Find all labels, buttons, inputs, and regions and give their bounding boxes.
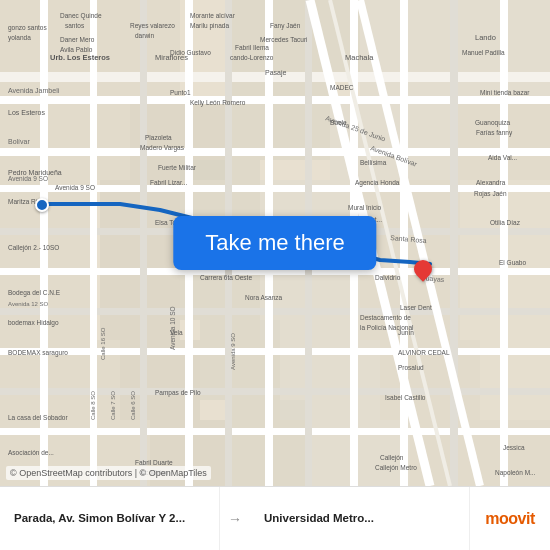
svg-text:Fuerte Militar: Fuerte Militar (158, 164, 197, 171)
bottom-bar: Parada, Av. Simon Bolívar Y 2... → Unive… (0, 486, 550, 550)
svg-text:gonzo santos: gonzo santos (8, 24, 47, 32)
svg-text:Carrera 6ta Oeste: Carrera 6ta Oeste (200, 274, 252, 281)
svg-text:Callejón 2.- 10SO: Callejón 2.- 10SO (8, 244, 59, 252)
arrow-icon: → (228, 511, 242, 527)
svg-text:La casa del Sobador: La casa del Sobador (8, 414, 68, 421)
svg-text:Asociación de...: Asociación de... (8, 449, 54, 456)
svg-text:Junín: Junín (398, 329, 414, 336)
svg-text:Los Esteros: Los Esteros (8, 109, 45, 116)
svg-text:Buele: Buele (330, 119, 347, 126)
svg-text:Agencia Honda: Agencia Honda (355, 179, 400, 187)
svg-text:MADEC: MADEC (330, 84, 354, 91)
svg-text:Reyes valarezo: Reyes valarezo (130, 22, 175, 30)
svg-text:Didio Gustavo: Didio Gustavo (170, 49, 211, 56)
svg-text:santos: santos (65, 22, 85, 29)
svg-rect-44 (140, 0, 147, 486)
svg-rect-33 (0, 96, 550, 104)
svg-text:Callejón Metro: Callejón Metro (375, 464, 417, 472)
svg-text:Farías fanny: Farías fanny (476, 129, 513, 137)
svg-text:Avenida 9 SO: Avenida 9 SO (8, 175, 48, 182)
svg-text:Nora Asanza: Nora Asanza (245, 294, 283, 301)
svg-text:Guanoquiza: Guanoquiza (475, 119, 510, 127)
svg-text:Machala: Machala (345, 53, 374, 62)
svg-text:Calle 16 SO: Calle 16 SO (100, 327, 106, 360)
take-me-there-button[interactable]: Take me there (173, 216, 376, 270)
svg-text:Avila Pablo: Avila Pablo (60, 46, 93, 53)
to-stop-label: Universidad Metro... (264, 511, 455, 526)
svg-text:Morante alcívar: Morante alcívar (190, 12, 236, 19)
svg-text:Lando: Lando (475, 33, 496, 42)
svg-text:Dalvidrio: Dalvidrio (375, 274, 401, 281)
svg-text:Daner Mero: Daner Mero (60, 36, 95, 43)
svg-text:Alexandra: Alexandra (476, 179, 506, 186)
svg-text:Napoleón M...: Napoleón M... (495, 469, 536, 477)
svg-text:Urb. Los Esteros: Urb. Los Esteros (50, 53, 110, 62)
svg-text:Bellísima: Bellísima (360, 159, 387, 166)
origin-marker (35, 198, 49, 212)
svg-text:Fany Jaén: Fany Jaén (270, 22, 301, 30)
svg-text:Fabril Ilema: Fabril Ilema (235, 44, 269, 51)
svg-text:Manuel Padilla: Manuel Padilla (462, 49, 505, 56)
svg-text:El Guabo: El Guabo (499, 259, 526, 266)
svg-text:Fabril Duarte: Fabril Duarte (135, 459, 173, 466)
svg-rect-52 (500, 0, 508, 486)
map-attribution: © OpenStreetMap contributors | © OpenMap… (6, 466, 211, 480)
svg-text:Avenida 9 SO: Avenida 9 SO (230, 333, 236, 370)
svg-text:Laser Dent: Laser Dent (400, 304, 432, 311)
svg-text:Calle 8 SO: Calle 8 SO (90, 391, 96, 420)
svg-text:Marilu pinada: Marilu pinada (190, 22, 229, 30)
svg-text:cando-Lorenzo: cando-Lorenzo (230, 54, 274, 61)
svg-text:Kelly León Romero: Kelly León Romero (190, 99, 246, 107)
svg-text:Plazoleta: Plazoleta (145, 134, 172, 141)
svg-text:Calle 7 SO: Calle 7 SO (110, 391, 116, 420)
svg-text:Bolívar: Bolívar (8, 138, 30, 145)
svg-text:ALVINOR CEDAL: ALVINOR CEDAL (398, 349, 450, 356)
svg-text:Rojas Jaén: Rojas Jaén (474, 190, 507, 198)
app-container: Avenida Jambeli Bolívar Avenida 9 SO Ave… (0, 0, 550, 550)
moovit-logo: moovit (485, 510, 534, 528)
svg-rect-38 (0, 308, 550, 315)
svg-text:Otilia Díaz: Otilia Díaz (490, 219, 521, 226)
svg-rect-39 (0, 348, 550, 355)
svg-text:Avenida 12 SO: Avenida 12 SO (8, 301, 49, 307)
svg-rect-50 (400, 0, 408, 486)
svg-text:Danec Quinde: Danec Quinde (60, 12, 102, 20)
from-stop-label: Parada, Av. Simon Bolívar Y 2... (14, 511, 205, 526)
svg-text:bodemax Hidalgo: bodemax Hidalgo (8, 319, 59, 327)
svg-rect-34 (0, 148, 550, 156)
svg-text:Prosalud: Prosalud (398, 364, 424, 371)
svg-rect-51 (450, 0, 458, 486)
svg-text:Isabel Castillo: Isabel Castillo (385, 394, 426, 401)
svg-text:Mini tienda bazar: Mini tienda bazar (480, 89, 530, 96)
svg-text:yolanda: yolanda (8, 34, 31, 42)
svg-text:Mercedes Tacuri: Mercedes Tacuri (260, 36, 308, 43)
to-stop: Universidad Metro... (250, 487, 470, 550)
svg-text:Pedro Maridueña: Pedro Maridueña (8, 169, 62, 176)
svg-text:Destacamento de: Destacamento de (360, 314, 411, 321)
svg-text:Bodega del C.N.E: Bodega del C.N.E (8, 289, 61, 297)
moovit-logo-area: moovit (470, 487, 550, 550)
from-stop: Parada, Av. Simon Bolívar Y 2... (0, 487, 220, 550)
svg-text:Callejón: Callejón (380, 454, 404, 462)
svg-text:Fabril Lizar...: Fabril Lizar... (150, 179, 187, 186)
map-area: Avenida Jambeli Bolívar Avenida 9 SO Ave… (0, 0, 550, 486)
svg-text:Calle 6 SO: Calle 6 SO (130, 391, 136, 420)
svg-text:Punto1: Punto1 (170, 89, 191, 96)
svg-text:BODEMAX saraguro: BODEMAX saraguro (8, 349, 68, 357)
svg-text:darwin: darwin (135, 32, 155, 39)
svg-text:Aida Val...: Aida Val... (488, 154, 517, 161)
svg-text:Avenida 9 SO: Avenida 9 SO (55, 184, 95, 191)
svg-rect-40 (0, 388, 550, 395)
svg-text:Vela: Vela (170, 329, 183, 336)
svg-text:Jessica: Jessica (503, 444, 525, 451)
svg-text:Pampas de Pilo: Pampas de Pilo (155, 389, 201, 397)
svg-text:Avenida Jambeli: Avenida Jambeli (8, 87, 60, 94)
svg-text:Mural Inicio: Mural Inicio (348, 204, 382, 211)
svg-text:Pasaje: Pasaje (265, 69, 287, 77)
svg-text:Madero Vargas: Madero Vargas (140, 144, 185, 152)
